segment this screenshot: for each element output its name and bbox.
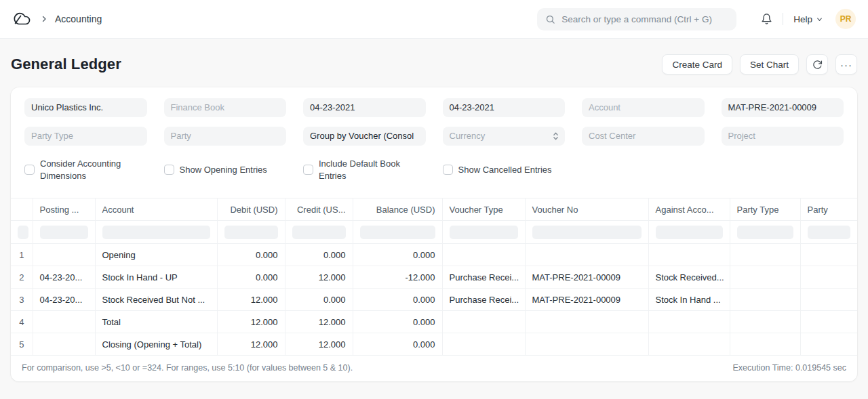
- cell-balance[interactable]: 0.000: [353, 311, 442, 333]
- filter-voucher-no-input[interactable]: MAT-PRE-2021-00009: [722, 98, 844, 117]
- cell-debit[interactable]: 0.000: [217, 244, 285, 266]
- filter-company-input[interactable]: Unico Plastics Inc.: [24, 98, 147, 117]
- cell-voucher-no[interactable]: [525, 333, 648, 356]
- cell-against-account[interactable]: [648, 311, 730, 333]
- cell-balance[interactable]: 0.000: [353, 289, 442, 311]
- cell-voucher-type[interactable]: Purchase Recei...: [442, 266, 525, 289]
- create-card-button[interactable]: Create Card: [662, 54, 732, 75]
- header-credit[interactable]: Credit (US...: [285, 198, 353, 221]
- column-filter-input[interactable]: [808, 226, 851, 239]
- cell-account[interactable]: Closing (Opening + Total): [95, 333, 217, 356]
- filter-currency-select[interactable]: Currency: [443, 127, 566, 146]
- cell-party[interactable]: [800, 333, 857, 356]
- header-voucher-no[interactable]: Voucher No: [525, 198, 648, 221]
- checkbox-icon[interactable]: [303, 165, 313, 175]
- cell-party[interactable]: [800, 266, 857, 289]
- column-filter-input[interactable]: [360, 226, 435, 239]
- filter-finance-book-input[interactable]: Finance Book: [164, 98, 287, 117]
- checkbox-include-default-book-entries[interactable]: Include Default Book Entries: [303, 158, 426, 182]
- cell-against-account[interactable]: Stock In Hand ...: [648, 289, 730, 311]
- checkbox-show-opening-entries[interactable]: Show Opening Entries: [164, 158, 287, 182]
- cell-account[interactable]: Stock In Hand - UP: [95, 266, 217, 289]
- filter-party-input[interactable]: Party: [164, 127, 287, 146]
- cell-posting-date[interactable]: 04-23-20...: [33, 289, 95, 311]
- cell-voucher-no[interactable]: MAT-PRE-2021-00009: [525, 266, 648, 289]
- notifications-bell-icon[interactable]: [761, 13, 772, 25]
- column-filter-input[interactable]: [292, 226, 346, 239]
- cell-credit[interactable]: 12.000: [285, 266, 353, 289]
- cell-account[interactable]: Total: [95, 311, 217, 333]
- cell-voucher-no[interactable]: [525, 244, 648, 266]
- cell-party-type[interactable]: [730, 333, 800, 356]
- cell-against-account[interactable]: [648, 244, 730, 266]
- cell-balance[interactable]: 0.000: [353, 333, 442, 356]
- filter-to-date-input[interactable]: 04-23-2021: [443, 98, 566, 117]
- cell-voucher-type[interactable]: [442, 311, 525, 333]
- user-avatar[interactable]: PR: [835, 9, 856, 29]
- cell-voucher-type[interactable]: [442, 244, 525, 266]
- cell-credit[interactable]: 12.000: [285, 311, 353, 333]
- filter-group-by-select[interactable]: Group by Voucher (Consol: [303, 127, 426, 146]
- cell-party[interactable]: [800, 311, 857, 333]
- cell-credit[interactable]: 0.000: [285, 289, 353, 311]
- column-filter-input[interactable]: [532, 226, 642, 239]
- filter-account-input[interactable]: Account: [582, 98, 705, 117]
- cell-account[interactable]: Stock Received But Not ...: [95, 289, 217, 311]
- app-logo-icon[interactable]: [12, 12, 31, 26]
- cell-party-type[interactable]: [730, 266, 800, 289]
- header-voucher-type[interactable]: Voucher Type: [442, 198, 525, 221]
- header-party[interactable]: Party: [800, 198, 857, 221]
- cell-account[interactable]: Opening: [95, 244, 217, 266]
- column-filter-input[interactable]: [224, 226, 278, 239]
- cell-credit[interactable]: 0.000: [285, 244, 353, 266]
- cell-balance[interactable]: 0.000: [353, 244, 442, 266]
- cell-debit[interactable]: 12.000: [217, 311, 285, 333]
- cell-party[interactable]: [800, 289, 857, 311]
- header-posting-date[interactable]: Posting ...: [33, 198, 95, 221]
- breadcrumb[interactable]: Accounting: [55, 14, 102, 24]
- cell-party-type[interactable]: [730, 311, 800, 333]
- set-chart-button[interactable]: Set Chart: [740, 54, 799, 75]
- cell-party-type[interactable]: [730, 244, 800, 266]
- cell-against-account[interactable]: Stock Received...: [648, 266, 730, 289]
- cell-debit[interactable]: 0.000: [217, 266, 285, 289]
- header-account[interactable]: Account: [95, 198, 217, 221]
- cell-posting-date[interactable]: [33, 333, 95, 356]
- cell-party[interactable]: [800, 244, 857, 266]
- cell-debit[interactable]: 12.000: [217, 333, 285, 356]
- cell-voucher-type[interactable]: [442, 333, 525, 356]
- cell-party-type[interactable]: [730, 289, 800, 311]
- checkbox-show-cancelled-entries[interactable]: Show Cancelled Entries: [443, 158, 566, 182]
- header-balance[interactable]: Balance (USD): [353, 198, 442, 221]
- filter-party-type-input[interactable]: Party Type: [24, 127, 147, 146]
- cell-posting-date[interactable]: 04-23-20...: [33, 266, 95, 289]
- column-filter-input[interactable]: [656, 226, 723, 239]
- checkbox-icon[interactable]: [164, 165, 174, 175]
- column-filter-input[interactable]: [18, 226, 28, 239]
- cell-debit[interactable]: 12.000: [217, 289, 285, 311]
- cell-voucher-no[interactable]: [525, 311, 648, 333]
- help-menu-button[interactable]: Help: [793, 14, 823, 24]
- filter-project-input[interactable]: Project: [722, 127, 844, 146]
- refresh-button[interactable]: [806, 54, 828, 75]
- filter-cost-center-input[interactable]: Cost Center: [582, 127, 705, 146]
- checkbox-icon[interactable]: [24, 165, 35, 175]
- more-menu-button[interactable]: ···: [835, 54, 857, 75]
- header-party-type[interactable]: Party Type: [730, 198, 800, 221]
- header-against-account[interactable]: Against Acco...: [648, 198, 730, 221]
- column-filter-input[interactable]: [737, 226, 793, 239]
- checkbox-icon[interactable]: [443, 165, 453, 175]
- cell-credit[interactable]: 12.000: [285, 333, 353, 356]
- cell-voucher-no[interactable]: MAT-PRE-2021-00009: [525, 289, 648, 311]
- cell-voucher-type[interactable]: Purchase Recei...: [442, 289, 525, 311]
- cell-against-account[interactable]: [648, 333, 730, 356]
- checkbox-consider-accounting-dimensions[interactable]: Consider Accounting Dimensions: [24, 158, 147, 182]
- cell-posting-date[interactable]: [33, 311, 95, 333]
- cell-balance[interactable]: -12.000: [353, 266, 442, 289]
- filter-from-date-input[interactable]: 04-23-2021: [303, 98, 426, 117]
- cell-posting-date[interactable]: [33, 244, 95, 266]
- column-filter-input[interactable]: [102, 226, 210, 239]
- search-input-field[interactable]: [561, 14, 728, 24]
- column-filter-input[interactable]: [40, 226, 88, 239]
- header-debit[interactable]: Debit (USD): [217, 198, 285, 221]
